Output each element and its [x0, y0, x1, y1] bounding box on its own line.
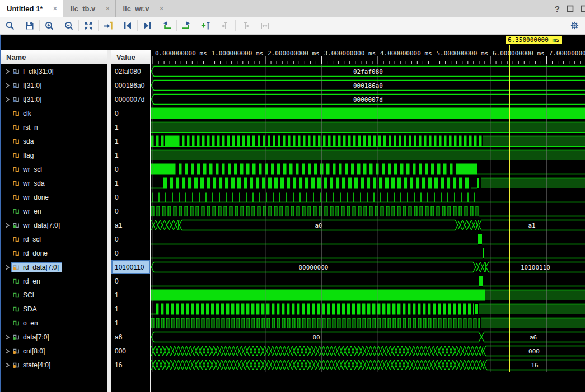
signal-name-cell[interactable]: wr_scl: [11, 164, 45, 174]
wave-row-rst-n[interactable]: [151, 120, 585, 134]
signal-value-sda[interactable]: 1: [111, 134, 150, 148]
signal-value-wr-en[interactable]: 0: [111, 204, 150, 218]
zoom-in-button[interactable]: [41, 18, 58, 33]
signal-name-cell[interactable]: wr_en: [11, 206, 45, 216]
wave-row-clk[interactable]: [151, 106, 585, 120]
signal-name-cell[interactable]: sda: [11, 136, 37, 147]
expand-chevron-icon[interactable]: [4, 82, 11, 89]
wave-row-wr-sda[interactable]: [151, 176, 585, 190]
expand-chevron-icon[interactable]: [4, 348, 11, 355]
expand-chevron-icon[interactable]: [4, 362, 11, 369]
signal-name-cell[interactable]: rd_scl: [11, 234, 44, 244]
signal-name-cell[interactable]: SDA: [11, 304, 40, 314]
signal-name-cell[interactable]: o_en: [11, 318, 41, 328]
wave-row-rd-done[interactable]: [151, 246, 585, 260]
expand-chevron-icon[interactable]: [4, 264, 11, 271]
wave-row-o-en[interactable]: [151, 316, 585, 330]
signal-value-t-31-0-[interactable]: 0000007d: [111, 92, 150, 106]
signal-value-wr-done[interactable]: 0: [111, 190, 150, 204]
name-value-splitter[interactable]: [107, 50, 111, 392]
signal-row-rd-en[interactable]: rd_en: [1, 274, 107, 288]
wave-row-scl[interactable]: [151, 288, 585, 302]
search-button[interactable]: [2, 18, 18, 33]
signal-value-clk[interactable]: 0: [111, 106, 150, 120]
go-to-end-button[interactable]: [139, 18, 156, 33]
zoom-fit-button[interactable]: [80, 18, 97, 33]
wave-row-f-31-0-[interactable]: 000186a0: [151, 78, 585, 92]
tab-untitled-1-[interactable]: Untitled 1*×: [0, 0, 63, 17]
column-header-value[interactable]: Value: [111, 50, 150, 64]
signal-row-data-7-0-[interactable]: data[7:0]: [1, 330, 107, 344]
signal-value-wr-scl[interactable]: 0: [111, 162, 150, 176]
wave-row-sda[interactable]: [151, 302, 585, 316]
expand-chevron-icon[interactable]: [4, 222, 11, 229]
signal-value-data-7-0-[interactable]: a6: [111, 330, 150, 344]
signal-row-wr-done[interactable]: wr_done: [1, 190, 107, 204]
time-ruler[interactable]: 0.000000000 ms1.000000000 ms2.000000000 …: [151, 50, 585, 64]
signal-row-f-clk-31-0-[interactable]: f_clk[31:0]: [1, 64, 107, 78]
signal-row-t-31-0-[interactable]: t[31:0]: [1, 92, 107, 106]
signal-name-cell[interactable]: SCL: [11, 290, 39, 300]
signal-value-rd-en[interactable]: 0: [111, 274, 150, 288]
signal-value-flag[interactable]: 1: [111, 148, 150, 162]
signal-name-cell[interactable]: rd_en: [11, 276, 44, 286]
signal-value-rd-data-7-0-[interactable]: 10100110: [111, 260, 150, 274]
expand-toggle[interactable]: [3, 68, 11, 75]
signal-value-state-4-0-[interactable]: 16: [111, 358, 150, 372]
wave-row-rd-data-7-0-[interactable]: 0000000010100110: [151, 260, 585, 274]
signal-value-f-clk-31-0-[interactable]: 02faf080: [111, 64, 150, 78]
signal-row-wr-data-7-0-[interactable]: wr_data[7:0]: [1, 218, 107, 232]
signal-value-f-31-0-[interactable]: 000186a0: [111, 78, 150, 92]
column-header-name[interactable]: Name: [1, 50, 107, 64]
wave-row-wr-data-7-0-[interactable]: a0a1: [151, 218, 585, 232]
waveform-rows[interactable]: 02faf080000186a00000007da0a1000000001010…: [151, 64, 585, 372]
tab-iic-tb-v[interactable]: iic_tb.v×: [63, 0, 116, 17]
signal-name-cell[interactable]: data[7:0]: [11, 332, 53, 342]
signal-row-o-en[interactable]: o_en: [1, 316, 107, 330]
signal-row-wr-scl[interactable]: wr_scl: [1, 162, 107, 176]
signal-value-rd-done[interactable]: 0: [111, 246, 150, 260]
expand-toggle[interactable]: [3, 362, 11, 369]
settings-button[interactable]: [566, 18, 583, 33]
previous-transition-button[interactable]: [158, 18, 175, 33]
wave-row-flag[interactable]: [151, 148, 585, 162]
signal-row-scl[interactable]: SCL: [1, 288, 107, 302]
expand-toggle[interactable]: [3, 222, 11, 229]
signal-name-cell[interactable]: f[31:0]: [11, 81, 45, 91]
expand-toggle[interactable]: [3, 96, 11, 103]
signal-name-cell[interactable]: rd_done: [11, 248, 51, 258]
wave-row-rd-scl[interactable]: [151, 232, 585, 246]
wave-row-state-4-0-[interactable]: 16: [151, 358, 585, 372]
tab-close-icon[interactable]: ×: [105, 4, 110, 12]
signal-name-cell[interactable]: wr_sda: [11, 178, 48, 188]
signal-row-rst-n[interactable]: rst_n: [1, 120, 107, 134]
expand-chevron-icon[interactable]: [4, 68, 11, 75]
signal-value-sda[interactable]: 1: [111, 302, 150, 316]
expand-chevron-icon[interactable]: [4, 334, 11, 341]
signal-name-cell[interactable]: flag: [11, 150, 37, 160]
signal-name-cell[interactable]: t[31:0]: [11, 95, 45, 105]
expand-toggle[interactable]: [3, 264, 11, 271]
wave-row-f-clk-31-0-[interactable]: 02faf080: [151, 64, 585, 78]
signal-value-rd-scl[interactable]: 0: [111, 232, 150, 246]
signal-value-cnt-8-0-[interactable]: 000: [111, 344, 150, 358]
expand-chevron-icon[interactable]: [4, 96, 11, 103]
wave-row-rd-en[interactable]: [151, 274, 585, 288]
wave-row-t-31-0-[interactable]: 0000007d: [151, 92, 585, 106]
signal-name-cell[interactable]: clk: [11, 108, 35, 119]
zoom-to-cursor-button[interactable]: [100, 18, 116, 33]
signal-row-f-31-0-[interactable]: f[31:0]: [1, 78, 107, 92]
signal-row-sda[interactable]: sda: [1, 134, 107, 148]
wave-row-wr-en[interactable]: [151, 204, 585, 218]
wave-row-wr-scl[interactable]: [151, 162, 585, 176]
tab-close-icon[interactable]: ×: [159, 4, 163, 12]
signal-value-wr-sda[interactable]: 1: [111, 176, 150, 190]
signal-row-cnt-8-0-[interactable]: cnt[8:0]: [1, 344, 107, 358]
wave-row-cnt-8-0-[interactable]: 000: [151, 344, 585, 358]
signal-row-rd-data-7-0-[interactable]: rd_data[7:0]: [1, 260, 107, 274]
signal-row-rd-scl[interactable]: rd_scl: [1, 232, 107, 246]
wave-row-data-7-0-[interactable]: 00a6: [151, 330, 585, 344]
tab-close-icon[interactable]: ×: [53, 4, 57, 12]
signal-name-cell[interactable]: rst_n: [11, 122, 41, 133]
signal-name-cell[interactable]: cnt[8:0]: [11, 346, 48, 356]
